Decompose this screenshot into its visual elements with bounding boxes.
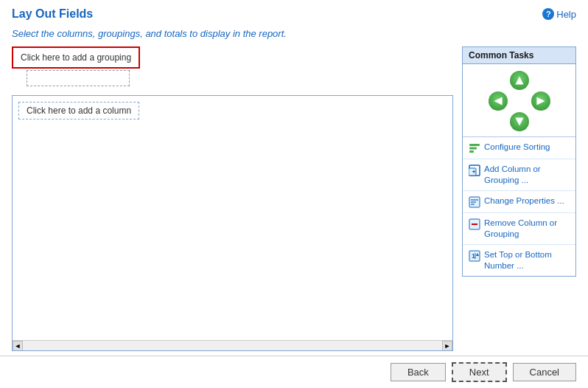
- add-column-button[interactable]: Click here to add a column: [18, 102, 139, 119]
- next-button[interactable]: Next: [452, 362, 507, 382]
- column-btn-label: Click here to add a column: [27, 105, 131, 116]
- remove-column-grouping-label: Remove Column or Grouping: [484, 218, 570, 240]
- common-tasks-title: Common Tasks: [463, 47, 575, 64]
- configure-sorting-label: Configure Sorting: [484, 142, 550, 153]
- cancel-button[interactable]: Cancel: [513, 363, 576, 381]
- add-grouping-button[interactable]: Click here to add a grouping: [12, 46, 140, 69]
- svg-marker-2: [536, 97, 545, 105]
- change-properties-label: Change Properties ...: [484, 195, 564, 207]
- sort-icon: [469, 142, 480, 154]
- arrow-left-button[interactable]: [489, 91, 508, 111]
- task-change-properties[interactable]: Change Properties ...: [463, 191, 575, 213]
- description-after: in the report.: [230, 28, 287, 39]
- properties-icon: [469, 196, 480, 208]
- grouping-btn-label: Click here to add a grouping: [21, 52, 131, 63]
- arrow-spacer-topleft: [488, 70, 508, 91]
- page-container: Lay Out Fields ? Help Select the columns…: [0, 0, 588, 388]
- svg-marker-3: [515, 117, 523, 125]
- add-column-grouping-label: Add Column or Grouping ...: [484, 164, 570, 186]
- help-label: Help: [556, 9, 576, 20]
- back-button[interactable]: Back: [391, 363, 446, 381]
- svg-text:1: 1: [472, 252, 475, 260]
- svg-marker-0: [515, 76, 523, 84]
- task-set-top-bottom[interactable]: 1 Set Top or Bottom Number ...: [463, 245, 575, 276]
- scrollbar-track[interactable]: [23, 341, 442, 350]
- svg-rect-6: [469, 150, 474, 153]
- common-tasks-box: Common Tasks: [462, 46, 576, 277]
- description-highlight: display: [200, 28, 230, 39]
- set-top-bottom-label: Set Top or Bottom Number ...: [484, 249, 570, 271]
- svg-rect-4: [469, 144, 480, 146]
- task-configure-sorting[interactable]: Configure Sorting: [463, 137, 575, 159]
- arrow-right-button[interactable]: [531, 91, 550, 111]
- help-link[interactable]: ? Help: [542, 8, 576, 20]
- svg-marker-1: [494, 97, 502, 105]
- page-footer: Back Next Cancel: [0, 356, 588, 388]
- right-panel: Common Tasks: [462, 46, 576, 351]
- svg-text:+: +: [472, 168, 476, 176]
- task-add-column-grouping[interactable]: + Add Column or Grouping ...: [463, 159, 575, 191]
- help-icon: ?: [542, 8, 554, 20]
- column-scrollbar: ◄ ►: [13, 340, 452, 350]
- left-panel: Click here to add a grouping Click here …: [12, 46, 453, 351]
- svg-rect-5: [469, 148, 477, 150]
- description-before: Select the columns, groupings, and total…: [12, 28, 200, 39]
- remove-icon: [469, 218, 480, 230]
- sub-grouping-placeholder: [27, 70, 130, 86]
- arrow-bottom-row: [488, 111, 551, 132]
- arrow-controls: [463, 64, 575, 136]
- main-content: Click here to add a grouping Click here …: [0, 46, 588, 351]
- arrow-up-button[interactable]: [510, 71, 529, 90]
- page-title: Lay Out Fields: [12, 7, 93, 21]
- column-area: Click here to add a column ◄ ►: [12, 95, 453, 351]
- topbottom-icon: 1: [469, 250, 480, 262]
- arrow-down-button[interactable]: [510, 112, 529, 131]
- page-header: Lay Out Fields ? Help: [0, 0, 588, 25]
- arrow-middle-row: [489, 91, 550, 111]
- arrow-spacer-bottomright: [531, 111, 551, 132]
- arrow-top-row: [488, 70, 551, 91]
- scrollbar-right-arrow[interactable]: ►: [442, 341, 452, 351]
- page-description: Select the columns, groupings, and total…: [0, 25, 588, 46]
- arrow-spacer-topright: [531, 70, 551, 91]
- add-icon: +: [469, 164, 480, 176]
- grouping-area: Click here to add a grouping: [12, 46, 453, 86]
- arrow-spacer-bottomleft: [488, 111, 508, 132]
- arrow-spacer-mid: [509, 91, 530, 111]
- scrollbar-left-arrow[interactable]: ◄: [13, 341, 23, 351]
- task-remove-column-grouping[interactable]: Remove Column or Grouping: [463, 213, 575, 245]
